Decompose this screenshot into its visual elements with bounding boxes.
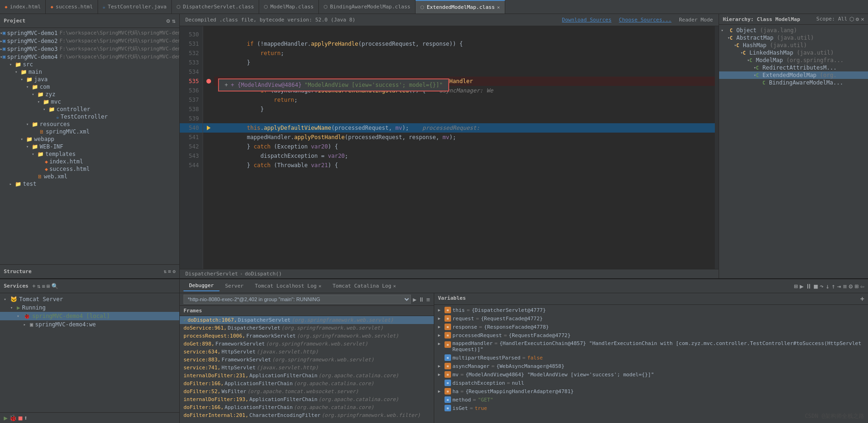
frame-item[interactable]: doGet:898, FrameworkServlet (org.springf… <box>180 340 434 348</box>
step-out-icon[interactable]: ↑ <box>831 282 835 290</box>
close-tab-icon[interactable]: ✕ <box>393 283 396 289</box>
frame-item[interactable]: doService:961, DispatcherServlet (org.sp… <box>180 324 434 332</box>
tree-item-demo3[interactable]: ▸ ▣ springMVC-demo3 F:\workspace\SpringM… <box>0 45 179 53</box>
pause-icon[interactable]: ⏸ <box>805 282 812 290</box>
settings-icon[interactable]: ⚙ <box>849 282 853 290</box>
tab-success-html[interactable]: ◆ success.html <box>46 0 98 14</box>
tab-modelmap[interactable]: ⬡ ModelMap.class <box>259 0 319 14</box>
cog-icon[interactable]: ⚙ <box>166 17 170 24</box>
hier-item-redirectattributes[interactable]: ▾ C RedirectAttributesM... <box>719 64 868 71</box>
run-to-cursor-icon[interactable]: ⇥ <box>837 282 841 290</box>
search-icon[interactable]: 🔍 <box>51 283 58 289</box>
deploy-icon[interactable]: ⬆ <box>24 414 28 422</box>
resume-thread-icon[interactable]: ▶ <box>413 296 416 303</box>
close-tab-icon[interactable]: ✕ <box>318 283 321 289</box>
thread-select[interactable]: *http-nio-8080-exec-2*@2,402 in group "m… <box>183 295 411 304</box>
tree-item-zyz[interactable]: ▾ 📁 zyz <box>0 91 179 98</box>
tree-item-com[interactable]: ▾ 📁 com <box>0 83 179 91</box>
tab-server[interactable]: Server <box>219 281 249 291</box>
debug-run-icon[interactable]: 🐞 <box>9 414 17 422</box>
tab-index-html[interactable]: ◆ index.html <box>0 0 46 14</box>
frame-item[interactable]: internalDoFilter:231, ApplicationFilterC… <box>180 372 434 380</box>
frame-item[interactable]: service:741, HttpServlet (javax.servlet.… <box>180 364 434 372</box>
dump-threads-icon[interactable]: ≡ <box>426 296 430 303</box>
tree-item-controller[interactable]: ▾ 📁 controller <box>0 106 179 113</box>
hier-item-modelmap[interactable]: ▾ C ModelMap (org.springfra... <box>719 56 868 64</box>
close-tab-icon[interactable]: ✕ <box>497 5 500 10</box>
evaluate-icon[interactable]: ≡ <box>843 282 847 290</box>
svc-item-demo4-local[interactable]: ▾ 🐞 springMVC-demo4 [local] <box>0 312 179 320</box>
table-icon[interactable]: ⊞ <box>854 282 858 290</box>
tab-dispatcherservlet[interactable]: ⬡ DispatcherServlet.class <box>172 0 259 14</box>
tree-item-springmvc-xml[interactable]: 🗎 springMVC.xml <box>0 128 179 135</box>
step-into-icon[interactable]: ↓ <box>826 282 829 290</box>
hier-item-hashmap[interactable]: ▾ C HashMap (java.util) <box>719 42 868 49</box>
frame-item[interactable]: doFilterInternal:201, CharacterEncodingF… <box>180 411 434 419</box>
tree-item-success-html[interactable]: ◆ success.html <box>0 165 179 173</box>
tree-item-templates[interactable]: ▾ 📁 templates <box>0 150 179 158</box>
stop-icon[interactable]: ■ <box>814 282 818 290</box>
stop-icon[interactable]: ■ <box>18 414 22 422</box>
frame-item[interactable]: service:634, HttpServlet (javax.servlet.… <box>180 348 434 356</box>
settings-icon[interactable]: ⚙ <box>172 268 176 275</box>
step-over-icon[interactable]: ↷ <box>820 282 824 290</box>
svc-item-tomcat[interactable]: ▾ 🐱 Tomcat Server <box>0 295 179 303</box>
tree-item-mvc[interactable]: ▾ 📁 mvc <box>0 98 179 106</box>
var-item-method[interactable]: = method = "GET" <box>434 395 868 404</box>
layout-icon[interactable]: ⊞ <box>794 282 797 290</box>
tree-item-demo2[interactable]: ▸ ▣ springMVC-demo2 F:\workspace\SpringM… <box>0 37 179 45</box>
svc-item-running[interactable]: ▾ ▶ Running <box>0 303 179 312</box>
filter-icon[interactable]: ≡ <box>42 283 45 289</box>
tree-item-index-html[interactable]: ◆ index.html <box>0 158 179 165</box>
frame-item[interactable]: doFilter:166, ApplicationFilterChain (or… <box>180 403 434 411</box>
var-item-processedrequest[interactable]: ▶ = processedRequest = {RequestFacade@47… <box>434 331 868 339</box>
var-item-ha[interactable]: ▶ = ha = {RequestMappingHandlerAdapter@4… <box>434 387 868 395</box>
editor-scrollbar[interactable] <box>715 26 719 269</box>
svc-item-demo4-module[interactable]: ▸ ▣ springMVC-demo4:we <box>0 320 179 329</box>
tree-item-web-xml[interactable]: 🗎 web.xml <box>0 173 179 180</box>
frame-item[interactable]: processRequest:1006, FrameworkServlet (o… <box>180 332 434 340</box>
frame-item-active[interactable]: ✓ doDispatch:1067, DispatcherServlet (or… <box>180 316 434 324</box>
var-item-asyncmanager[interactable]: ▶ = asyncManager = {WebAsyncManager@4858… <box>434 362 868 370</box>
var-item-multipart[interactable]: = multipartRequestParsed = false <box>434 353 868 362</box>
close-icon[interactable]: ✕ <box>861 16 864 22</box>
hier-item-bindingawaremodelmap[interactable]: C BindingAwareModelMa... <box>719 79 868 86</box>
tree-item-testcontroller[interactable]: ☕ TestController <box>0 113 179 120</box>
choose-sources-link[interactable]: Choose Sources... <box>619 17 672 23</box>
tab-extendedmodelmap[interactable]: ⬡ ExtendedModelMap.class ✕ <box>416 0 505 14</box>
hier-item-object[interactable]: ▾ C Object (java.lang) <box>719 27 868 34</box>
var-item-mv[interactable]: ▶ = mv = {ModelAndView@4864} "ModelAndVi… <box>434 370 868 379</box>
reader-mode-btn[interactable]: Reader Mode <box>679 17 713 23</box>
tab-bindingawaremodelmap[interactable]: ⬡ BindingAwareModelMap.class <box>319 0 416 14</box>
var-item-request[interactable]: ▶ = request = {RequestFacade@4772} <box>434 314 868 323</box>
var-item-mappedhandler[interactable]: ▶ = mappedHandler={HandlerExecutionChain… <box>434 339 868 353</box>
tree-item-web-inf[interactable]: ▾ 📁 WEB-INF <box>0 143 179 150</box>
group-icon[interactable]: ⊞ <box>47 283 50 289</box>
settings-icon[interactable]: ⚙ <box>856 16 859 22</box>
sort-icon[interactable]: ⇅ <box>37 283 40 289</box>
var-item-dispatchexception[interactable]: = dispatchException = null <box>434 379 868 387</box>
download-sources-link[interactable]: Download Sources <box>562 17 612 23</box>
frame-item[interactable]: doFilter:52, WsFilter (org.apache.tomcat… <box>180 388 434 395</box>
tab-tomcat-localhost[interactable]: Tomcat Localhost Log✕ <box>249 281 327 291</box>
add-icon[interactable]: + <box>32 283 35 289</box>
tree-item-src[interactable]: ▾ 📁 src <box>0 61 179 68</box>
pause-thread-icon[interactable]: ⏸ <box>418 296 424 303</box>
tab-debugger[interactable]: Debugger <box>183 281 219 291</box>
frame-item[interactable]: doFilter:166, ApplicationFilterChain (or… <box>180 380 434 388</box>
frame-item[interactable]: internalDoFilter:193, ApplicationFilterC… <box>180 395 434 403</box>
hier-item-abstractmap[interactable]: ▾ C AbstractMap (java.util) <box>719 34 868 42</box>
hier-item-linkedhashmap[interactable]: ▾ C LinkedHashMap (java.util) <box>719 49 868 56</box>
expand-icon[interactable]: ⇅ <box>172 17 176 24</box>
tree-item-demo4[interactable]: ▾ ▣ springMVC-demo4 F:\workspace\SpringM… <box>0 53 179 61</box>
resume-icon[interactable]: ▶ <box>800 282 804 290</box>
tab-testcontroller[interactable]: ☕ TestController.java <box>98 0 172 14</box>
var-item-isget[interactable]: = isGet = true <box>434 404 868 412</box>
tree-item-test[interactable]: ▸ 📁 test <box>0 180 179 188</box>
add-var-icon[interactable]: + <box>861 295 864 303</box>
var-item-response[interactable]: ▶ = response = {ResponseFacade@4778} <box>434 323 868 331</box>
filter-icon[interactable]: ⬡ <box>849 16 854 22</box>
tree-item-resources[interactable]: ▾ 📁 resources <box>0 120 179 128</box>
frame-item[interactable]: service:883, FrameworkServlet (org.sprin… <box>180 356 434 364</box>
tree-item-demo1[interactable]: ▾ ▣ springMVC-demo1 F:\workspace\SpringM… <box>0 29 179 37</box>
